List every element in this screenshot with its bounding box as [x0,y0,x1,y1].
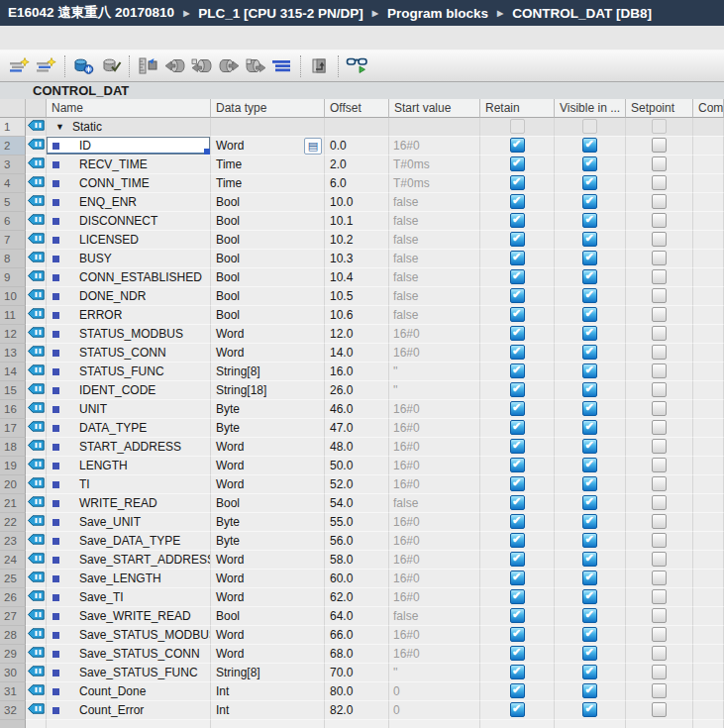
datatype-cell[interactable]: Bool [211,306,325,325]
comment-cell[interactable] [693,532,724,551]
offset-cell[interactable]: 56.0 [325,532,389,551]
collapse-arrow-icon[interactable]: ▼ [55,118,64,136]
offset-cell[interactable]: 16.0 [325,363,389,381]
datatype-cell[interactable]: String[18] [211,381,325,400]
startvalue-cell[interactable]: 16#0 [389,344,480,363]
comment-cell[interactable] [693,118,724,137]
row-number[interactable]: 30 [0,664,26,682]
offset-cell[interactable]: 2.0 [325,156,389,174]
name-cell[interactable]: STATUS_MODBUS [47,325,211,344]
row-number[interactable]: 20 [0,475,26,494]
breadcrumb-segment[interactable]: CONTROL_DAT [DB8] [512,6,652,21]
row-number[interactable]: 26 [0,588,26,607]
offset-cell[interactable]: 80.0 [325,682,389,701]
startvalue-cell[interactable]: false [389,287,480,306]
retain-checkbox[interactable] [510,156,525,171]
name-cell[interactable]: IDENT_CODE [47,381,211,400]
setpoint-checkbox[interactable] [652,571,667,585]
offset-cell[interactable]: 10.6 [325,306,389,325]
name-cell[interactable]: LICENSED [47,231,211,250]
offset-cell[interactable]: 82.0 [325,701,389,720]
startvalue-cell[interactable]: 16#0 [389,400,480,419]
comment-cell[interactable] [693,137,724,156]
name-cell[interactable]: Save_UNIT [47,513,211,532]
startvalue-cell[interactable]: false [389,193,480,212]
offset-cell[interactable]: 60.0 [325,570,389,588]
comment-cell[interactable] [693,325,724,344]
visible-checkbox[interactable] [582,646,597,661]
comment-cell[interactable] [693,287,724,306]
startvalue-cell[interactable]: false [389,231,480,250]
visible-checkbox[interactable] [582,420,597,435]
setpoint-checkbox[interactable] [652,665,667,679]
setpoint-checkbox[interactable] [652,156,667,171]
datatype-cell[interactable]: Int [211,682,325,701]
row-number[interactable]: 4 [0,174,26,193]
datatype-cell[interactable]: Word▤ [211,137,325,156]
datatype-cell[interactable]: Byte [211,532,325,551]
column-header-visible-in[interactable]: Visible in ... [555,99,626,118]
datatype-cell[interactable]: Word [211,645,325,664]
column-header-retain[interactable]: Retain [480,99,555,118]
visible-checkbox[interactable] [582,156,597,171]
comment-cell[interactable] [693,570,724,588]
row-number[interactable]: 31 [0,682,26,701]
setpoint-checkbox[interactable] [652,138,667,153]
retain-checkbox[interactable] [510,288,525,303]
datatype-cell[interactable]: Byte [211,419,325,438]
retain-checkbox[interactable] [510,326,525,341]
setpoint-checkbox[interactable] [652,288,667,303]
setpoint-checkbox[interactable] [652,232,667,247]
copy-snapshot-to-start-button[interactable] [135,54,161,78]
setpoint-checkbox[interactable] [652,382,667,397]
setpoint-checkbox[interactable] [652,646,667,661]
visible-checkbox[interactable] [582,495,597,510]
visible-checkbox[interactable] [582,401,597,416]
name-cell[interactable]: TI [47,475,211,494]
retain-checkbox[interactable] [510,138,525,153]
comment-cell[interactable] [693,174,724,193]
comment-cell[interactable] [693,645,724,664]
visible-checkbox[interactable] [582,439,597,454]
retain-checkbox[interactable] [510,571,525,585]
offset-cell[interactable]: 52.0 [325,475,389,494]
row-number[interactable]: 11 [0,306,26,325]
visible-checkbox[interactable] [582,514,597,529]
name-cell[interactable]: Save_LENGTH [47,570,211,588]
datatype-cell[interactable]: Bool [211,193,325,212]
datatype-cell[interactable]: Bool [211,287,325,306]
row-number[interactable]: 6 [0,212,26,231]
name-cell[interactable]: Save_WRITE_READ [47,607,211,626]
setpoint-checkbox[interactable] [652,326,667,341]
startvalue-cell[interactable]: false [389,494,480,513]
retain-checkbox[interactable] [510,420,525,435]
visible-checkbox[interactable] [582,364,597,378]
retain-checkbox[interactable] [510,702,525,717]
datatype-cell[interactable]: Bool [211,268,325,287]
datatype-cell[interactable]: Word [211,344,325,363]
name-cell[interactable]: CONN_ESTABLISHED [47,268,211,287]
name-cell[interactable]: STATUS_FUNC [47,363,211,381]
retain-checkbox[interactable] [510,194,525,209]
offset-cell[interactable]: 47.0 [325,419,389,438]
offset-cell[interactable]: 10.3 [325,250,389,268]
offset-cell[interactable]: 12.0 [325,325,389,344]
row-number[interactable]: 2 [0,137,26,156]
comment-cell[interactable] [693,494,724,513]
comment-cell[interactable] [693,268,724,287]
offset-cell[interactable]: 55.0 [325,513,389,532]
name-cell[interactable]: Save_DATA_TYPE [47,532,211,551]
name-cell[interactable]: Save_TI [47,588,211,607]
comment-cell[interactable] [693,231,724,250]
name-cell[interactable]: START_ADDRESS [47,438,211,457]
row-number[interactable]: 17 [0,419,26,438]
comment-cell[interactable] [693,250,724,268]
datatype-cell[interactable]: Int [211,701,325,720]
startvalue-cell[interactable] [389,118,480,137]
column-header-data-type[interactable]: Data type [211,99,325,118]
cell-fill-handle[interactable] [204,149,210,155]
visible-checkbox[interactable] [582,608,597,623]
visible-checkbox[interactable] [582,533,597,548]
datatype-cell[interactable]: Word [211,457,325,475]
column-header-corner[interactable] [26,99,47,118]
